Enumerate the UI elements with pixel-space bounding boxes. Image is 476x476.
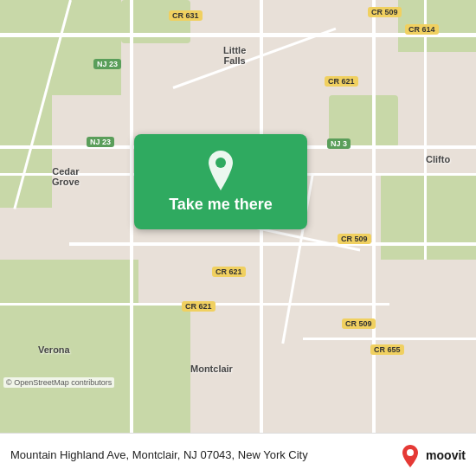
town-label-montclair: Montclair (190, 363, 233, 374)
road-label-nj3: NJ 3 (327, 138, 351, 149)
road (424, 0, 427, 260)
town-label-verona: Verona (38, 344, 70, 355)
road (372, 0, 376, 433)
road-label-nj23b: NJ 23 (87, 137, 114, 147)
location-pin-icon (203, 151, 238, 190)
moovit-logo: moovit (398, 443, 466, 467)
moovit-app-name: moovit (426, 448, 466, 462)
road-label-cr614: CR 614 (405, 24, 439, 35)
green-area (0, 52, 52, 208)
town-label-clifton: Clifto (426, 154, 450, 164)
road-label-cr621c: CR 621 (182, 301, 215, 312)
road (0, 33, 476, 37)
road (130, 0, 133, 433)
map-container: CR 631 CR 509 CR 614 CR 621 NJ 23 NJ 23 … (0, 0, 476, 433)
road-label-cr509a: CR 509 (368, 7, 402, 17)
town-label-cedar-grove: CedarGrove (52, 166, 80, 187)
svg-point-0 (215, 158, 226, 168)
road-label-cr621a: CR 621 (325, 76, 358, 87)
road (303, 338, 476, 340)
road-label-nj23a: NJ 23 (93, 59, 121, 69)
take-me-there-button[interactable]: Take me there (134, 134, 307, 229)
bottom-bar: Mountain Highland Ave, Montclair, NJ 070… (0, 433, 476, 476)
road-label-cr631: CR 631 (169, 10, 203, 21)
road-label-cr621b: CR 621 (212, 267, 246, 277)
osm-credit: © OpenStreetMap contributors (3, 377, 114, 388)
svg-point-1 (407, 449, 414, 456)
green-area (104, 303, 190, 433)
road-label-cr509c: CR 509 (342, 318, 376, 329)
address-text: Mountain Highland Ave, Montclair, NJ 070… (10, 448, 398, 461)
road-label-cr655: CR 655 (370, 344, 404, 355)
town-label-little-falls: LittleFalls (223, 45, 246, 66)
take-me-there-label: Take me there (169, 196, 273, 214)
green-area (381, 173, 476, 260)
moovit-logo-icon (398, 443, 422, 467)
road-label-cr509b: CR 509 (338, 234, 371, 244)
